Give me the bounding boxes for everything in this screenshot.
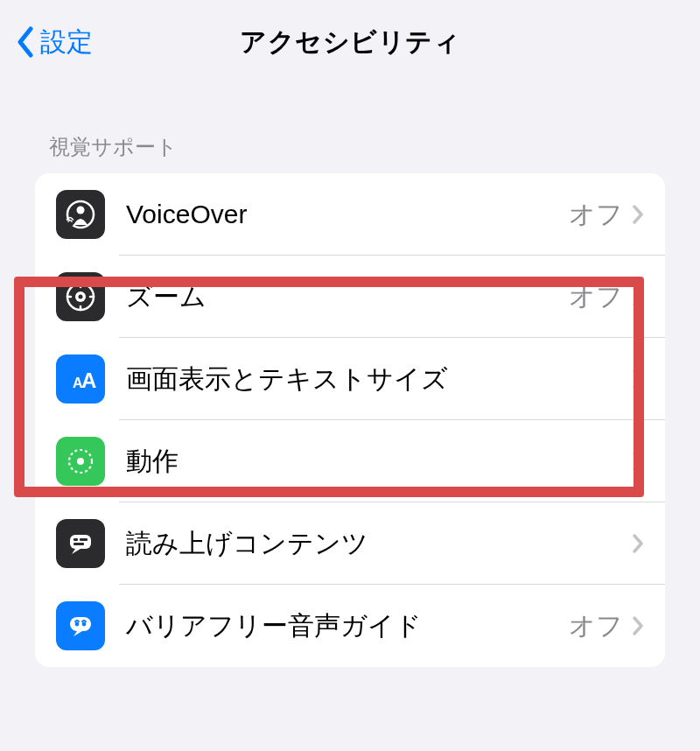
list-item-voiceover[interactable]: VoiceOver オフ — [35, 173, 665, 256]
svg-point-16 — [82, 622, 87, 627]
back-button[interactable]: 設定 — [16, 0, 93, 84]
row-value: オフ — [569, 608, 623, 644]
chevron-right-icon — [632, 204, 644, 225]
list-item-motion[interactable]: 動作 — [35, 420, 665, 502]
back-label: 設定 — [40, 25, 93, 60]
chevron-right-icon — [632, 368, 644, 390]
row-label: バリアフリー音声ガイド — [126, 608, 569, 644]
svg-rect-14 — [70, 617, 91, 631]
row-label: VoiceOver — [126, 200, 569, 229]
svg-point-9 — [77, 458, 84, 465]
chevron-right-icon — [632, 615, 644, 636]
svg-rect-12 — [80, 538, 88, 541]
chevron-left-icon — [16, 26, 35, 58]
svg-point-1 — [77, 207, 85, 214]
list-item-spoken-content[interactable]: 読み上げコンテンツ — [35, 502, 665, 585]
list-item-zoom[interactable]: ズーム オフ — [35, 256, 665, 338]
row-label: 読み上げコンテンツ — [126, 526, 623, 562]
svg-rect-10 — [70, 535, 91, 549]
zoom-icon — [56, 272, 105, 321]
row-label: 画面表示とテキストサイズ — [126, 361, 623, 397]
row-value: オフ — [569, 279, 623, 315]
row-label: ズーム — [126, 279, 569, 315]
voiceover-icon — [56, 190, 105, 239]
text-size-icon: A A — [56, 354, 105, 404]
chevron-right-icon — [632, 286, 644, 307]
chevron-right-icon — [632, 533, 644, 554]
settings-list: VoiceOver オフ ズーム オフ A A — [35, 173, 665, 667]
list-item-audio-descriptions[interactable]: バリアフリー音声ガイド オフ — [35, 585, 665, 667]
navbar: 設定 アクセシビリティ — [0, 0, 700, 84]
chevron-right-icon — [632, 451, 644, 472]
svg-point-15 — [75, 622, 80, 627]
svg-rect-11 — [74, 538, 78, 541]
row-value: オフ — [569, 197, 623, 233]
motion-icon — [56, 437, 105, 486]
row-label: 動作 — [126, 444, 623, 480]
spoken-content-icon — [56, 519, 105, 568]
svg-point-5 — [79, 295, 83, 299]
svg-text:A: A — [81, 368, 96, 392]
section-header: 視覚サポート — [0, 133, 700, 173]
list-item-display-text-size[interactable]: A A 画面表示とテキストサイズ — [35, 338, 665, 420]
page-title: アクセシビリティ — [0, 25, 700, 60]
audio-descriptions-icon — [56, 601, 105, 650]
svg-rect-13 — [74, 543, 84, 545]
